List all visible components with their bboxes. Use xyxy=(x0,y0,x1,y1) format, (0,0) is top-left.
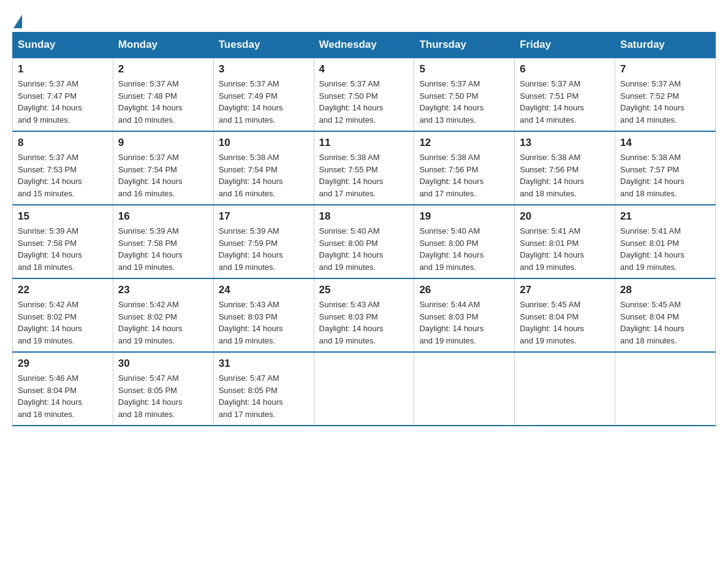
day-number: 13 xyxy=(520,137,610,149)
day-number: 28 xyxy=(620,284,710,296)
day-info: Sunrise: 5:40 AM Sunset: 8:00 PM Dayligh… xyxy=(419,225,509,273)
day-number: 27 xyxy=(520,284,610,296)
calendar-cell: 1 Sunrise: 5:37 AM Sunset: 7:47 PM Dayli… xyxy=(13,58,113,131)
day-info: Sunrise: 5:37 AM Sunset: 7:47 PM Dayligh… xyxy=(18,78,108,126)
day-number: 22 xyxy=(18,284,108,296)
calendar-cell: 24 Sunrise: 5:43 AM Sunset: 8:03 PM Dayl… xyxy=(213,278,314,352)
logo-triangle-icon xyxy=(13,15,22,28)
day-number: 24 xyxy=(219,284,309,296)
calendar-week-row: 15 Sunrise: 5:39 AM Sunset: 7:58 PM Dayl… xyxy=(13,205,716,278)
day-number: 7 xyxy=(620,63,710,75)
logo xyxy=(12,12,23,26)
calendar-cell xyxy=(414,352,515,426)
calendar-cell: 16 Sunrise: 5:39 AM Sunset: 7:58 PM Dayl… xyxy=(113,205,213,278)
calendar-cell: 31 Sunrise: 5:47 AM Sunset: 8:05 PM Dayl… xyxy=(213,352,314,426)
calendar-cell: 22 Sunrise: 5:42 AM Sunset: 8:02 PM Dayl… xyxy=(13,278,113,352)
calendar-week-row: 22 Sunrise: 5:42 AM Sunset: 8:02 PM Dayl… xyxy=(13,278,716,352)
day-number: 29 xyxy=(18,358,108,370)
day-number: 1 xyxy=(18,63,108,75)
calendar-week-row: 1 Sunrise: 5:37 AM Sunset: 7:47 PM Dayli… xyxy=(13,58,716,131)
day-info: Sunrise: 5:42 AM Sunset: 8:02 PM Dayligh… xyxy=(118,299,208,347)
day-number: 5 xyxy=(419,63,509,75)
calendar-cell: 18 Sunrise: 5:40 AM Sunset: 8:00 PM Dayl… xyxy=(314,205,414,278)
calendar-table: SundayMondayTuesdayWednesdayThursdayFrid… xyxy=(12,32,716,426)
day-number: 3 xyxy=(219,63,309,75)
calendar-header-thursday: Thursday xyxy=(414,33,515,58)
day-number: 15 xyxy=(18,210,108,223)
calendar-cell: 14 Sunrise: 5:38 AM Sunset: 7:57 PM Dayl… xyxy=(615,131,716,205)
calendar-cell: 19 Sunrise: 5:40 AM Sunset: 8:00 PM Dayl… xyxy=(414,205,515,278)
calendar-cell: 2 Sunrise: 5:37 AM Sunset: 7:48 PM Dayli… xyxy=(113,58,213,131)
calendar-cell: 3 Sunrise: 5:37 AM Sunset: 7:49 PM Dayli… xyxy=(213,58,314,131)
calendar-header-friday: Friday xyxy=(515,33,615,58)
day-number: 20 xyxy=(520,210,610,223)
day-info: Sunrise: 5:37 AM Sunset: 7:54 PM Dayligh… xyxy=(118,151,208,199)
calendar-cell: 29 Sunrise: 5:46 AM Sunset: 8:04 PM Dayl… xyxy=(13,352,113,426)
day-info: Sunrise: 5:37 AM Sunset: 7:53 PM Dayligh… xyxy=(18,151,108,199)
calendar-header-tuesday: Tuesday xyxy=(213,33,314,58)
day-info: Sunrise: 5:47 AM Sunset: 8:05 PM Dayligh… xyxy=(118,372,208,420)
calendar-cell: 5 Sunrise: 5:37 AM Sunset: 7:50 PM Dayli… xyxy=(414,58,515,131)
day-info: Sunrise: 5:39 AM Sunset: 7:59 PM Dayligh… xyxy=(219,225,309,273)
day-number: 18 xyxy=(319,210,409,223)
day-number: 9 xyxy=(118,137,208,149)
day-info: Sunrise: 5:37 AM Sunset: 7:48 PM Dayligh… xyxy=(118,78,208,126)
calendar-cell: 8 Sunrise: 5:37 AM Sunset: 7:53 PM Dayli… xyxy=(13,131,113,205)
logo-text xyxy=(12,12,23,26)
calendar-header-wednesday: Wednesday xyxy=(314,33,414,58)
calendar-cell: 11 Sunrise: 5:38 AM Sunset: 7:55 PM Dayl… xyxy=(314,131,414,205)
day-number: 17 xyxy=(219,210,309,223)
day-number: 6 xyxy=(520,63,610,75)
day-info: Sunrise: 5:45 AM Sunset: 8:04 PM Dayligh… xyxy=(520,299,610,347)
day-info: Sunrise: 5:40 AM Sunset: 8:00 PM Dayligh… xyxy=(319,225,409,273)
calendar-header-sunday: Sunday xyxy=(13,33,113,58)
day-number: 2 xyxy=(118,63,208,75)
day-info: Sunrise: 5:39 AM Sunset: 7:58 PM Dayligh… xyxy=(18,225,108,273)
day-number: 23 xyxy=(118,284,208,296)
day-info: Sunrise: 5:43 AM Sunset: 8:03 PM Dayligh… xyxy=(219,299,309,347)
day-info: Sunrise: 5:38 AM Sunset: 7:54 PM Dayligh… xyxy=(219,151,309,199)
calendar-cell: 28 Sunrise: 5:45 AM Sunset: 8:04 PM Dayl… xyxy=(615,278,716,352)
day-info: Sunrise: 5:37 AM Sunset: 7:50 PM Dayligh… xyxy=(419,78,509,126)
day-info: Sunrise: 5:37 AM Sunset: 7:49 PM Dayligh… xyxy=(219,78,309,126)
day-info: Sunrise: 5:41 AM Sunset: 8:01 PM Dayligh… xyxy=(620,225,710,273)
calendar-header-monday: Monday xyxy=(113,33,213,58)
day-number: 26 xyxy=(419,284,509,296)
calendar-cell xyxy=(615,352,716,426)
day-number: 11 xyxy=(319,137,409,149)
day-number: 12 xyxy=(419,137,509,149)
day-info: Sunrise: 5:41 AM Sunset: 8:01 PM Dayligh… xyxy=(520,225,610,273)
calendar-week-row: 29 Sunrise: 5:46 AM Sunset: 8:04 PM Dayl… xyxy=(13,352,716,426)
day-number: 30 xyxy=(118,358,208,370)
day-info: Sunrise: 5:44 AM Sunset: 8:03 PM Dayligh… xyxy=(419,299,509,347)
calendar-cell xyxy=(515,352,615,426)
day-info: Sunrise: 5:38 AM Sunset: 7:56 PM Dayligh… xyxy=(520,151,610,199)
day-info: Sunrise: 5:38 AM Sunset: 7:57 PM Dayligh… xyxy=(620,151,710,199)
day-info: Sunrise: 5:38 AM Sunset: 7:56 PM Dayligh… xyxy=(419,151,509,199)
calendar-cell: 27 Sunrise: 5:45 AM Sunset: 8:04 PM Dayl… xyxy=(515,278,615,352)
calendar-cell: 20 Sunrise: 5:41 AM Sunset: 8:01 PM Dayl… xyxy=(515,205,615,278)
calendar-cell: 9 Sunrise: 5:37 AM Sunset: 7:54 PM Dayli… xyxy=(113,131,213,205)
calendar-cell: 12 Sunrise: 5:38 AM Sunset: 7:56 PM Dayl… xyxy=(414,131,515,205)
day-info: Sunrise: 5:37 AM Sunset: 7:51 PM Dayligh… xyxy=(520,78,610,126)
day-info: Sunrise: 5:43 AM Sunset: 8:03 PM Dayligh… xyxy=(319,299,409,347)
calendar-header-saturday: Saturday xyxy=(615,33,716,58)
day-number: 31 xyxy=(219,358,309,370)
day-number: 10 xyxy=(219,137,309,149)
day-info: Sunrise: 5:45 AM Sunset: 8:04 PM Dayligh… xyxy=(620,299,710,347)
day-info: Sunrise: 5:39 AM Sunset: 7:58 PM Dayligh… xyxy=(118,225,208,273)
day-info: Sunrise: 5:38 AM Sunset: 7:55 PM Dayligh… xyxy=(319,151,409,199)
day-number: 19 xyxy=(419,210,509,223)
day-number: 8 xyxy=(18,137,108,149)
day-info: Sunrise: 5:42 AM Sunset: 8:02 PM Dayligh… xyxy=(18,299,108,347)
calendar-cell: 15 Sunrise: 5:39 AM Sunset: 7:58 PM Dayl… xyxy=(13,205,113,278)
day-info: Sunrise: 5:37 AM Sunset: 7:50 PM Dayligh… xyxy=(319,78,409,126)
day-number: 16 xyxy=(118,210,208,223)
calendar-cell: 13 Sunrise: 5:38 AM Sunset: 7:56 PM Dayl… xyxy=(515,131,615,205)
calendar-cell: 30 Sunrise: 5:47 AM Sunset: 8:05 PM Dayl… xyxy=(113,352,213,426)
day-number: 21 xyxy=(620,210,710,223)
calendar-cell: 17 Sunrise: 5:39 AM Sunset: 7:59 PM Dayl… xyxy=(213,205,314,278)
day-info: Sunrise: 5:37 AM Sunset: 7:52 PM Dayligh… xyxy=(620,78,710,126)
page-header xyxy=(12,12,716,26)
calendar-cell: 26 Sunrise: 5:44 AM Sunset: 8:03 PM Dayl… xyxy=(414,278,515,352)
